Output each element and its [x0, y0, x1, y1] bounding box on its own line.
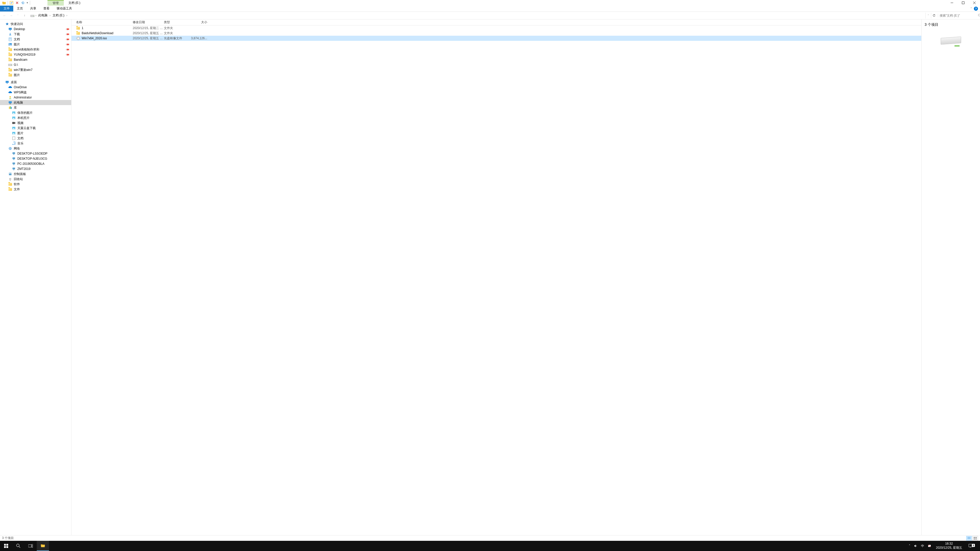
- tree-quick-item[interactable]: Desktop📌: [0, 27, 71, 32]
- taskbar-clock[interactable]: 16:32 2020/12/25, 星期五: [934, 542, 964, 550]
- qat-dropdown-icon[interactable]: ▼: [26, 0, 29, 5]
- help-icon[interactable]: ?: [974, 6, 978, 11]
- library-icon: [8, 106, 12, 110]
- tree-quick-item[interactable]: 下载📌: [0, 32, 71, 37]
- search-icon[interactable]: [978, 14, 980, 17]
- tree-quick-item[interactable]: Bandicam: [0, 57, 71, 62]
- column-header-date[interactable]: 修改日期: [133, 20, 164, 24]
- task-view-button[interactable]: [24, 541, 37, 551]
- tree-quick-item[interactable]: 图片: [0, 73, 71, 78]
- tree-quick-item[interactable]: 文档📌: [0, 37, 71, 42]
- svg-rect-41: [13, 170, 14, 170]
- address-chevron-icon[interactable]: ›: [35, 14, 36, 17]
- refresh-button[interactable]: [931, 13, 937, 18]
- tree-quick-item[interactable]: 图片📌: [0, 42, 71, 47]
- tree-desktop-item[interactable]: Administrator: [0, 95, 71, 100]
- star-icon: [5, 22, 9, 26]
- tree-library-item[interactable]: 音乐: [0, 141, 71, 146]
- svg-point-16: [11, 65, 12, 65]
- doc-icon: [8, 37, 12, 41]
- file-row[interactable]: Win7x64_2020.iso2020/12/25, 星期五 1...光盘映像…: [72, 36, 921, 41]
- tree-library-item[interactable]: 文档: [0, 136, 71, 141]
- tree-network[interactable]: 网络: [0, 146, 71, 151]
- address-chevron-icon[interactable]: ›: [49, 14, 50, 17]
- start-button[interactable]: [0, 541, 12, 551]
- close-button[interactable]: [969, 0, 980, 6]
- svg-rect-43: [9, 173, 10, 174]
- tree-network-item[interactable]: PC-20190530OBLA: [0, 161, 71, 166]
- tree-control-panel[interactable]: 控制面板: [0, 171, 71, 176]
- tree-quick-item[interactable]: win7重装win7: [0, 67, 71, 73]
- pin-icon: 📌: [65, 52, 70, 57]
- tree-library-item[interactable]: 保存的图片: [0, 110, 71, 115]
- nav-recent-dropdown[interactable]: ˅: [15, 13, 21, 18]
- tree-desktop-item[interactable]: OneDrive: [0, 85, 71, 90]
- ribbon-tab-home[interactable]: 主页: [13, 6, 27, 11]
- qat-delete-icon[interactable]: [14, 0, 20, 5]
- file-list[interactable]: 名称˄ 修改日期 类型 大小 12020/12/15, 星期二 1...文件夹B…: [72, 19, 921, 535]
- view-details-button[interactable]: [966, 536, 972, 540]
- svg-rect-7: [9, 28, 12, 30]
- tree-library-item[interactable]: 天翼云盘下载: [0, 125, 71, 130]
- ribbon-tab-drive-tools[interactable]: 驱动器工具: [53, 6, 76, 11]
- ribbon-tab-view[interactable]: 查看: [40, 6, 53, 11]
- tree-quick-access[interactable]: 快速访问: [0, 21, 71, 27]
- column-header-type[interactable]: 类型: [164, 20, 189, 24]
- context-tab-manage[interactable]: 管理: [48, 0, 64, 6]
- app-icon[interactable]: [2, 0, 6, 5]
- tree-label: 文件: [14, 187, 20, 192]
- minimize-button[interactable]: [946, 0, 958, 6]
- tree-library-item[interactable]: 图片: [0, 130, 71, 136]
- column-header-name[interactable]: 名称˄: [76, 20, 133, 24]
- column-header-size[interactable]: 大小: [189, 20, 207, 24]
- tree-folder-software[interactable]: 软件: [0, 182, 71, 187]
- tree-folder-files[interactable]: 文件: [0, 187, 71, 192]
- tree-desktop-item[interactable]: 库: [0, 105, 71, 110]
- ribbon-tab-share[interactable]: 共享: [27, 6, 40, 11]
- tree-network-item[interactable]: DESKTOP-LSSOEDP: [0, 151, 71, 156]
- address-bar[interactable]: › 此电脑 › 文档 (E:) › ˅: [29, 13, 938, 19]
- address-segment-this-pc[interactable]: 此电脑: [37, 13, 48, 18]
- search-box[interactable]: [938, 14, 980, 17]
- maximize-button[interactable]: [958, 0, 969, 6]
- view-large-icons-button[interactable]: [972, 536, 978, 540]
- ribbon-expand-icon[interactable]: ˅: [970, 7, 972, 10]
- navigation-tree[interactable]: 快速访问 Desktop📌下载📌文档📌图片📌excel表格制作求和📌YUNQIS…: [0, 19, 72, 535]
- svg-rect-35: [13, 154, 14, 155]
- file-row[interactable]: 12020/12/15, 星期二 1...文件夹: [72, 25, 921, 30]
- tray-volume-icon[interactable]: [913, 541, 918, 551]
- tree-quick-item[interactable]: YUNQISHI2019📌: [0, 52, 71, 57]
- search-input[interactable]: [940, 14, 978, 17]
- tree-library-item[interactable]: 视频: [0, 121, 71, 125]
- tray-security-icon[interactable]: [927, 541, 932, 551]
- ribbon-tab-file[interactable]: 文件: [0, 6, 13, 11]
- address-history-dropdown[interactable]: ˅: [925, 13, 931, 18]
- taskbar-explorer-button[interactable]: [37, 541, 49, 551]
- tree-desktop[interactable]: 桌面: [0, 79, 71, 85]
- tree-recycle-bin[interactable]: 回收站: [0, 176, 71, 182]
- nav-forward-button[interactable]: →: [9, 13, 14, 18]
- svg-line-57: [19, 546, 20, 548]
- file-date: 2020/12/15, 星期二 1...: [133, 26, 164, 30]
- tree-desktop-item[interactable]: WPS网盘: [0, 90, 71, 95]
- address-segment-drive[interactable]: 文档 (E:): [52, 13, 65, 18]
- file-row[interactable]: BaiduNetdiskDownload2020/12/25, 星期五 1...…: [72, 30, 921, 36]
- tray-overflow-button[interactable]: ˄: [908, 541, 912, 551]
- tree-library-item[interactable]: 本机照片: [0, 115, 71, 121]
- qat-properties-icon[interactable]: [9, 0, 14, 5]
- tree-network-item[interactable]: ZMT2019: [0, 166, 71, 171]
- taskbar-search-button[interactable]: [12, 541, 24, 551]
- nav-up-button[interactable]: ↑: [22, 13, 27, 18]
- file-date: 2020/12/25, 星期五 1...: [133, 31, 164, 35]
- tray-ime-indicator[interactable]: 中: [920, 541, 925, 551]
- action-center-button[interactable]: 3: [966, 544, 976, 548]
- qat-undo-icon[interactable]: [20, 0, 25, 5]
- tree-quick-item[interactable]: G:\: [0, 62, 71, 67]
- tree-quick-item[interactable]: excel表格制作求和📌: [0, 47, 71, 52]
- tree-network-item[interactable]: DESKTOP-NJEU3CG: [0, 156, 71, 161]
- nav-back-button[interactable]: ←: [2, 13, 7, 18]
- address-chevron-icon[interactable]: ›: [66, 14, 67, 17]
- tree-desktop-item[interactable]: 此电脑: [0, 100, 71, 105]
- tree-label: Bandicam: [14, 58, 27, 62]
- svg-rect-24: [11, 107, 12, 109]
